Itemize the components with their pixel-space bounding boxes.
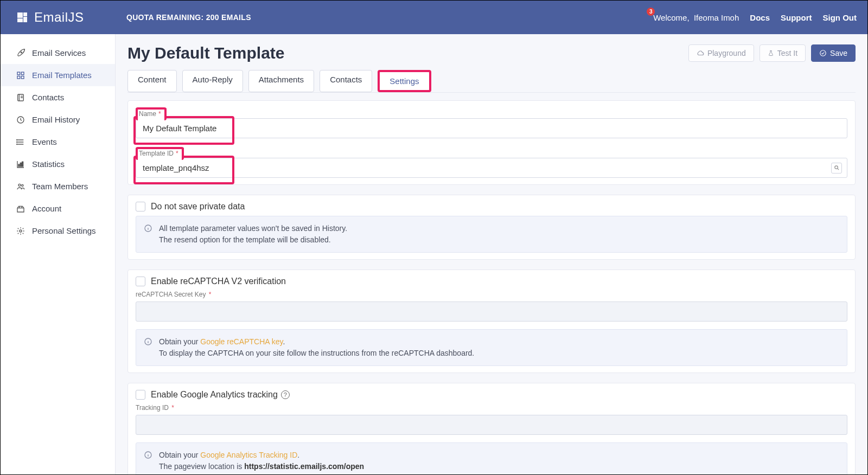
info-icon [144, 337, 152, 346]
gear-icon [16, 227, 25, 235]
sidebar-item-label: Contacts [32, 93, 64, 102]
template-id-input[interactable] [136, 158, 847, 178]
required-mark: * [158, 110, 161, 118]
recaptcha-checkbox[interactable] [136, 277, 145, 286]
test-button[interactable]: Test It [760, 44, 806, 62]
template-id-label: Template ID [139, 150, 174, 157]
name-input[interactable] [136, 118, 847, 138]
sidebar-item-label: Personal Settings [32, 226, 96, 235]
sidebar-item-statistics[interactable]: Statistics [1, 153, 115, 175]
highlight-annotation: Template ID * [136, 147, 184, 160]
svg-point-17 [834, 166, 838, 169]
flask-icon [768, 49, 774, 57]
sidebar-item-team[interactable]: Team Members [1, 175, 115, 197]
sidebar-item-label: Statistics [32, 159, 65, 169]
sidebar-item-events[interactable]: Events [1, 131, 115, 153]
info-private-data: All template parameter values won't be s… [136, 216, 847, 253]
tab-settings[interactable]: Settings [380, 72, 429, 90]
svg-rect-1 [17, 72, 20, 75]
events-icon [16, 138, 25, 146]
sidebar-item-templates[interactable]: Email Templates [1, 64, 115, 86]
svg-point-14 [22, 184, 23, 186]
panel-identity: Name * Template ID * [127, 100, 856, 185]
sidebar-item-account[interactable]: Account [1, 197, 115, 220]
topbar: EmailJS QUOTA REMAINING: 200 EMAILS 3 We… [1, 1, 867, 34]
brand-logo-icon [16, 11, 29, 24]
sidebar-item-services[interactable]: Email Services [1, 42, 115, 64]
svg-point-7 [17, 139, 17, 140]
svg-rect-10 [18, 164, 20, 166]
sidebar-item-contacts[interactable]: Contacts [1, 86, 115, 108]
svg-point-8 [17, 142, 17, 142]
info-ga: Obtain your Google Analytics Tracking ID… [136, 442, 847, 474]
name-label: Name [139, 110, 156, 118]
svg-rect-12 [22, 162, 23, 166]
account-icon [16, 204, 25, 213]
info-recaptcha: Obtain your Google reCAPTCHA key. To dis… [136, 329, 847, 366]
welcome-user[interactable]: 3 Welcome, Ifeoma Imoh [653, 13, 739, 22]
svg-point-9 [17, 144, 17, 144]
svg-point-13 [18, 184, 21, 186]
private-data-label: Do not save private data [151, 202, 245, 211]
info-icon [144, 224, 152, 233]
support-link[interactable]: Support [781, 13, 812, 22]
recaptcha-key-input[interactable] [136, 301, 847, 322]
required-mark: * [171, 404, 174, 412]
tab-attachments[interactable]: Attachments [248, 70, 314, 92]
panel-private-data: Do not save private data All template pa… [127, 195, 856, 260]
quota-text: QUOTA REMAINING: 200 EMAILS [126, 13, 251, 22]
sidebar-item-label: Email Services [32, 48, 86, 57]
private-data-checkbox[interactable] [136, 202, 145, 211]
sidebar: Email Services Email Templates Contacts … [1, 34, 116, 474]
required-mark: * [176, 150, 178, 157]
sidebar-item-personal[interactable]: Personal Settings [1, 220, 115, 242]
save-button[interactable]: Save [811, 44, 856, 62]
recaptcha-key-link[interactable]: Google reCAPTCHA key [200, 337, 283, 346]
ga-checkbox[interactable] [136, 390, 145, 400]
highlight-annotation: Settings [378, 70, 431, 92]
svg-point-0 [21, 52, 22, 53]
svg-rect-4 [21, 76, 24, 79]
tab-content[interactable]: Content [127, 70, 177, 92]
playground-button[interactable]: Playground [688, 44, 754, 62]
panel-recaptcha: Enable reCAPTCHA V2 verification reCAPTC… [127, 269, 856, 373]
recaptcha-key-label: reCAPTCHA Secret Key [136, 291, 206, 298]
required-mark: * [209, 291, 212, 298]
help-icon[interactable]: ? [281, 390, 290, 399]
info-icon [144, 451, 152, 459]
tab-autoreply[interactable]: Auto-Reply [182, 70, 243, 92]
ga-id-input[interactable] [136, 415, 847, 435]
sidebar-item-history[interactable]: Email History [1, 108, 115, 131]
ga-id-link[interactable]: Google Analytics Tracking ID [200, 451, 297, 459]
recaptcha-label: Enable reCAPTCHA V2 verification [151, 277, 286, 286]
notification-badge[interactable]: 3 [647, 8, 655, 16]
main-content: My Default Template Playground Test It S… [116, 34, 867, 474]
brand-name: EmailJS [34, 10, 84, 25]
contacts-icon [16, 93, 25, 102]
cloud-icon [697, 49, 704, 57]
panel-ga: Enable Google Analytics tracking ? Track… [127, 383, 856, 474]
ga-id-label: Tracking ID [136, 404, 169, 412]
history-icon [16, 115, 25, 124]
svg-rect-11 [20, 163, 21, 166]
signout-link[interactable]: Sign Out [823, 13, 857, 22]
lookup-icon[interactable] [831, 163, 842, 174]
templates-icon [16, 71, 25, 80]
chart-icon [16, 160, 25, 169]
check-circle-icon [819, 49, 827, 57]
svg-rect-2 [21, 72, 24, 75]
svg-point-16 [820, 50, 826, 56]
sidebar-item-label: Email History [32, 115, 80, 124]
sidebar-item-label: Events [32, 137, 57, 146]
docs-link[interactable]: Docs [750, 13, 770, 22]
brand[interactable]: EmailJS [1, 1, 116, 34]
rocket-icon [16, 49, 25, 57]
svg-point-15 [20, 230, 22, 232]
sidebar-item-label: Team Members [32, 182, 88, 191]
page-title: My Default Template [127, 44, 285, 62]
sidebar-item-label: Account [32, 204, 61, 213]
team-icon [16, 182, 25, 191]
highlight-annotation: Name * [136, 107, 167, 120]
svg-rect-3 [17, 76, 20, 79]
tab-contacts[interactable]: Contacts [320, 70, 372, 92]
